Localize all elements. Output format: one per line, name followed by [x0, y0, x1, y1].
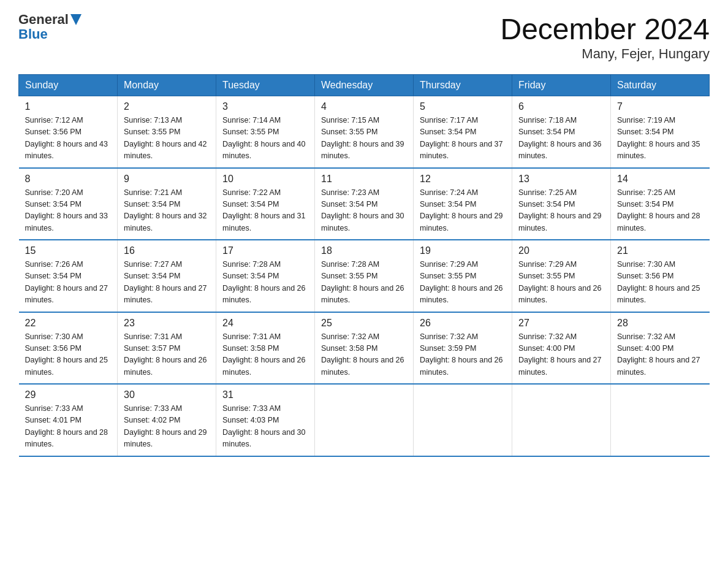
day-number: 13 [518, 174, 604, 185]
day-number: 16 [124, 245, 210, 256]
day-info: Sunrise: 7:33 AMSunset: 4:01 PMDaylight:… [25, 403, 112, 451]
day-number: 25 [321, 318, 407, 329]
day-cell: 24Sunrise: 7:31 AMSunset: 3:58 PMDayligh… [216, 312, 315, 385]
day-cell: 23Sunrise: 7:31 AMSunset: 3:57 PMDayligh… [118, 312, 216, 385]
day-number: 15 [25, 245, 112, 256]
day-info: Sunrise: 7:31 AMSunset: 3:58 PMDaylight:… [222, 331, 308, 379]
day-number: 30 [124, 389, 210, 400]
day-cell: 8Sunrise: 7:20 AMSunset: 3:54 PMDaylight… [19, 168, 118, 240]
day-info: Sunrise: 7:26 AMSunset: 3:54 PMDaylight:… [25, 259, 112, 307]
day-cell: 28Sunrise: 7:32 AMSunset: 4:00 PMDayligh… [611, 312, 710, 385]
day-info: Sunrise: 7:28 AMSunset: 3:54 PMDaylight:… [222, 259, 308, 307]
page-title: December 2024 [500, 12, 710, 46]
week-row-4: 22Sunrise: 7:30 AMSunset: 3:56 PMDayligh… [19, 312, 710, 385]
day-cell [414, 384, 512, 456]
day-cell: 29Sunrise: 7:33 AMSunset: 4:01 PMDayligh… [19, 384, 118, 456]
day-info: Sunrise: 7:30 AMSunset: 3:56 PMDaylight:… [25, 331, 112, 379]
day-cell: 14Sunrise: 7:25 AMSunset: 3:54 PMDayligh… [611, 168, 710, 240]
page-header: General Blue December 2024 Many, Fejer, … [18, 12, 710, 62]
week-row-5: 29Sunrise: 7:33 AMSunset: 4:01 PMDayligh… [19, 384, 710, 456]
calendar-header: SundayMondayTuesdayWednesdayThursdayFrid… [19, 75, 710, 96]
day-cell: 7Sunrise: 7:19 AMSunset: 3:54 PMDaylight… [611, 96, 710, 168]
page-subtitle: Many, Fejer, Hungary [500, 46, 710, 62]
day-number: 5 [420, 101, 506, 112]
day-number: 27 [518, 318, 604, 329]
header-cell-wednesday: Wednesday [315, 75, 414, 96]
day-info: Sunrise: 7:13 AMSunset: 3:55 PMDaylight:… [124, 115, 210, 163]
day-number: 26 [420, 318, 506, 329]
day-cell: 16Sunrise: 7:27 AMSunset: 3:54 PMDayligh… [118, 240, 216, 312]
header-cell-saturday: Saturday [611, 75, 710, 96]
day-number: 7 [617, 101, 703, 112]
day-cell: 21Sunrise: 7:30 AMSunset: 3:56 PMDayligh… [611, 240, 710, 312]
day-info: Sunrise: 7:18 AMSunset: 3:54 PMDaylight:… [518, 115, 604, 163]
logo: General Blue [18, 12, 82, 42]
day-info: Sunrise: 7:23 AMSunset: 3:54 PMDaylight:… [321, 187, 407, 235]
day-cell: 25Sunrise: 7:32 AMSunset: 3:58 PMDayligh… [315, 312, 414, 385]
logo-blue: Blue [18, 26, 48, 42]
day-cell: 3Sunrise: 7:14 AMSunset: 3:55 PMDaylight… [216, 96, 315, 168]
day-cell: 19Sunrise: 7:29 AMSunset: 3:55 PMDayligh… [414, 240, 512, 312]
day-info: Sunrise: 7:17 AMSunset: 3:54 PMDaylight:… [420, 115, 506, 163]
day-cell: 6Sunrise: 7:18 AMSunset: 3:54 PMDaylight… [512, 96, 611, 168]
header-cell-thursday: Thursday [414, 75, 512, 96]
day-cell: 4Sunrise: 7:15 AMSunset: 3:55 PMDaylight… [315, 96, 414, 168]
day-number: 11 [321, 174, 407, 185]
day-info: Sunrise: 7:32 AMSunset: 3:59 PMDaylight:… [420, 331, 506, 379]
day-cell: 18Sunrise: 7:28 AMSunset: 3:55 PMDayligh… [315, 240, 414, 312]
header-cell-sunday: Sunday [19, 75, 118, 96]
day-info: Sunrise: 7:32 AMSunset: 3:58 PMDaylight:… [321, 331, 407, 379]
header-cell-friday: Friday [512, 75, 611, 96]
day-info: Sunrise: 7:33 AMSunset: 4:03 PMDaylight:… [222, 403, 308, 451]
day-info: Sunrise: 7:21 AMSunset: 3:54 PMDaylight:… [124, 187, 210, 235]
day-info: Sunrise: 7:32 AMSunset: 4:00 PMDaylight:… [518, 331, 604, 379]
day-number: 12 [420, 174, 506, 185]
day-cell: 10Sunrise: 7:22 AMSunset: 3:54 PMDayligh… [216, 168, 315, 240]
day-cell: 1Sunrise: 7:12 AMSunset: 3:56 PMDaylight… [19, 96, 118, 168]
day-number: 29 [25, 389, 112, 400]
day-info: Sunrise: 7:28 AMSunset: 3:55 PMDaylight:… [321, 259, 407, 307]
day-cell [512, 384, 611, 456]
day-info: Sunrise: 7:12 AMSunset: 3:56 PMDaylight:… [25, 115, 112, 163]
day-info: Sunrise: 7:33 AMSunset: 4:02 PMDaylight:… [124, 403, 210, 451]
header-cell-monday: Monday [118, 75, 216, 96]
calendar-table: SundayMondayTuesdayWednesdayThursdayFrid… [18, 74, 710, 457]
day-info: Sunrise: 7:32 AMSunset: 4:00 PMDaylight:… [617, 331, 703, 379]
day-number: 23 [124, 318, 210, 329]
day-number: 20 [518, 245, 604, 256]
day-number: 9 [124, 174, 210, 185]
day-number: 6 [518, 101, 604, 112]
header-cell-tuesday: Tuesday [216, 75, 315, 96]
day-info: Sunrise: 7:19 AMSunset: 3:54 PMDaylight:… [617, 115, 703, 163]
day-cell: 31Sunrise: 7:33 AMSunset: 4:03 PMDayligh… [216, 384, 315, 456]
day-info: Sunrise: 7:24 AMSunset: 3:54 PMDaylight:… [420, 187, 506, 235]
day-cell: 15Sunrise: 7:26 AMSunset: 3:54 PMDayligh… [19, 240, 118, 312]
day-info: Sunrise: 7:25 AMSunset: 3:54 PMDaylight:… [617, 187, 703, 235]
day-cell: 30Sunrise: 7:33 AMSunset: 4:02 PMDayligh… [118, 384, 216, 456]
day-info: Sunrise: 7:29 AMSunset: 3:55 PMDaylight:… [518, 259, 604, 307]
day-cell: 12Sunrise: 7:24 AMSunset: 3:54 PMDayligh… [414, 168, 512, 240]
day-cell: 13Sunrise: 7:25 AMSunset: 3:54 PMDayligh… [512, 168, 611, 240]
day-cell: 20Sunrise: 7:29 AMSunset: 3:55 PMDayligh… [512, 240, 611, 312]
day-info: Sunrise: 7:31 AMSunset: 3:57 PMDaylight:… [124, 331, 210, 379]
day-number: 28 [617, 318, 703, 329]
day-number: 14 [617, 174, 703, 185]
logo-arrow-icon [70, 14, 82, 25]
day-info: Sunrise: 7:25 AMSunset: 3:54 PMDaylight:… [518, 187, 604, 235]
day-cell: 22Sunrise: 7:30 AMSunset: 3:56 PMDayligh… [19, 312, 118, 385]
day-number: 22 [25, 318, 112, 329]
week-row-2: 8Sunrise: 7:20 AMSunset: 3:54 PMDaylight… [19, 168, 710, 240]
day-info: Sunrise: 7:27 AMSunset: 3:54 PMDaylight:… [124, 259, 210, 307]
day-number: 17 [222, 245, 308, 256]
title-block: December 2024 Many, Fejer, Hungary [500, 12, 710, 62]
week-row-1: 1Sunrise: 7:12 AMSunset: 3:56 PMDaylight… [19, 96, 710, 168]
day-info: Sunrise: 7:22 AMSunset: 3:54 PMDaylight:… [222, 187, 308, 235]
svg-marker-0 [70, 14, 82, 25]
day-info: Sunrise: 7:20 AMSunset: 3:54 PMDaylight:… [25, 187, 112, 235]
day-number: 19 [420, 245, 506, 256]
day-cell [611, 384, 710, 456]
calendar-body: 1Sunrise: 7:12 AMSunset: 3:56 PMDaylight… [19, 96, 710, 456]
day-number: 1 [25, 101, 112, 112]
day-info: Sunrise: 7:15 AMSunset: 3:55 PMDaylight:… [321, 115, 407, 163]
day-cell [315, 384, 414, 456]
